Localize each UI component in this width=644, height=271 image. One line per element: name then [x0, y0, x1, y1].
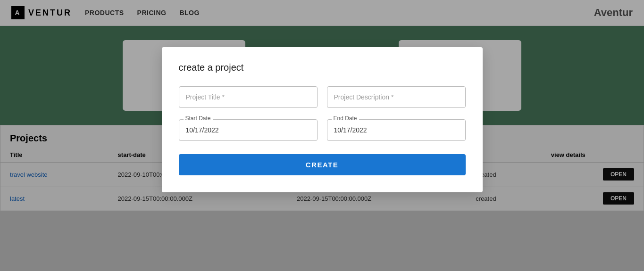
- create-project-modal: create a project Start Date End Date CRE…: [162, 47, 483, 192]
- modal-date-row: Start Date End Date: [179, 119, 466, 141]
- project-description-field: [327, 86, 466, 108]
- project-description-input[interactable]: [327, 86, 466, 108]
- modal-title: create a project: [179, 62, 466, 73]
- end-date-label: End Date: [332, 115, 359, 122]
- create-button[interactable]: CREATE: [179, 154, 466, 175]
- end-date-input[interactable]: [327, 119, 466, 141]
- start-date-label: Start Date: [184, 115, 213, 122]
- end-date-field: End Date: [327, 119, 466, 141]
- start-date-field: Start Date: [179, 119, 318, 141]
- project-title-input[interactable]: [179, 86, 318, 108]
- project-title-field: [179, 86, 318, 108]
- modal-overlay: create a project Start Date End Date CRE…: [0, 0, 644, 271]
- start-date-input[interactable]: [179, 119, 318, 141]
- modal-top-row: [179, 86, 466, 108]
